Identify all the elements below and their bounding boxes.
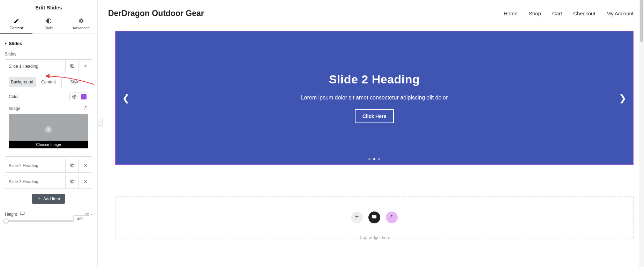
copy-icon — [70, 64, 75, 69]
site-header: DerDragon Outdoor Gear Home Shop Cart Ch… — [98, 0, 644, 27]
image-picker[interactable]: + Choose Image — [9, 114, 88, 149]
repeater-head: Slide 1 Heading — [5, 60, 92, 73]
repeater-item: Slide 2 Heading — [5, 159, 92, 173]
height-label: Height — [5, 212, 17, 217]
nav-cart[interactable]: Cart — [552, 10, 562, 16]
svg-rect-8 — [20, 212, 24, 214]
tab-label: Advanced — [73, 26, 90, 30]
duplicate-button[interactable] — [65, 159, 78, 172]
image-row-head: Image — [9, 105, 88, 112]
color-label: Color — [9, 94, 19, 99]
inner-tab-style[interactable]: Style — [61, 77, 88, 87]
contrast-icon — [46, 18, 52, 24]
section-slides-toggle[interactable]: ▾ Slides — [5, 39, 92, 52]
folder-icon — [372, 214, 377, 221]
preview-canvas: DerDragon Outdoor Gear Home Shop Cart Ch… — [98, 0, 644, 267]
svg-rect-7 — [70, 180, 73, 182]
remove-button[interactable] — [78, 60, 92, 73]
panel-collapse-button[interactable]: ‹ — [98, 118, 103, 126]
dropzone-actions — [351, 212, 398, 223]
add-item-button[interactable]: Add Item — [32, 194, 65, 204]
scrollbar-thumb[interactable] — [640, 0, 643, 42]
inner-tab-background[interactable]: Background — [9, 77, 35, 87]
add-widget-button[interactable] — [351, 212, 363, 223]
globe-icon — [70, 92, 79, 101]
tab-content[interactable]: Content — [0, 15, 32, 34]
color-picker[interactable] — [69, 92, 88, 101]
color-swatch — [79, 92, 88, 101]
slider-dot[interactable] — [373, 158, 375, 160]
plus-icon — [354, 214, 360, 221]
nav-account[interactable]: My Account — [606, 10, 634, 16]
dynamic-tags-icon[interactable] — [83, 105, 88, 112]
tab-style[interactable]: Style — [32, 15, 65, 34]
ai-button[interactable] — [386, 212, 398, 223]
slider-widget[interactable]: ❮ Slide 2 Heading Lorem ipsum dolor sit … — [115, 31, 634, 165]
slides-label: Slides — [5, 52, 92, 59]
choose-image-label: Choose Image — [9, 141, 88, 148]
repeater-item-label[interactable]: Slide 2 Heading — [5, 163, 65, 168]
chevron-left-icon: ❮ — [122, 92, 130, 103]
slide-subheading: Lorem ipsum dolor sit amet consectetur a… — [301, 95, 448, 101]
height-slider[interactable] — [5, 220, 75, 222]
slider-next-button[interactable]: ❯ — [615, 89, 630, 107]
slider-prev-button[interactable]: ❮ — [119, 89, 133, 107]
image-label: Image — [9, 106, 20, 111]
pencil-icon — [14, 18, 19, 24]
nav-home[interactable]: Home — [504, 10, 518, 16]
remove-button[interactable] — [78, 159, 92, 172]
chevron-down-icon: ▾ — [90, 213, 92, 216]
panel-tabs: Content Style Advanced — [0, 15, 97, 34]
height-number-input[interactable] — [73, 215, 87, 222]
repeater-item: Slide 1 Heading Background — [5, 59, 92, 157]
inner-tabs: Background Content Style — [9, 77, 88, 87]
copy-icon — [70, 179, 75, 185]
panel-body: ▾ Slides Slides Slide 1 Heading — [0, 34, 97, 267]
svg-rect-6 — [71, 180, 74, 183]
slider-dot[interactable] — [368, 158, 370, 160]
color-row: Color — [9, 92, 88, 101]
repeater-head: Slide 3 Heading — [5, 175, 92, 188]
slider-dot[interactable] — [378, 158, 380, 160]
slide-cta-button[interactable]: Click Here — [355, 109, 394, 123]
template-library-button[interactable] — [368, 212, 380, 223]
empty-section-dropzone[interactable]: Drag widget here — [115, 196, 634, 238]
inner-tab-content[interactable]: Content — [35, 77, 62, 87]
chevron-right-icon: ❯ — [619, 92, 627, 103]
nav-shop[interactable]: Shop — [529, 10, 541, 16]
site-brand[interactable]: DerDragon Outdoor Gear — [108, 9, 204, 18]
site-nav: Home Shop Cart Checkout My Account — [504, 10, 634, 16]
slider-thumb[interactable] — [3, 218, 8, 223]
repeater-item-label[interactable]: Slide 1 Heading — [5, 64, 65, 69]
section-title-label: Slides — [9, 41, 22, 46]
chevron-left-icon: ‹ — [99, 120, 101, 124]
close-icon — [83, 179, 88, 185]
repeater-body: Background Content Style Color — [5, 73, 92, 156]
slide-heading: Slide 2 Heading — [329, 73, 420, 86]
close-icon — [83, 163, 88, 169]
close-icon — [83, 64, 88, 69]
duplicate-button[interactable] — [65, 175, 78, 188]
nav-checkout[interactable]: Checkout — [573, 10, 595, 16]
swatch-fill — [81, 94, 87, 99]
copy-icon — [70, 163, 75, 169]
tab-label: Style — [44, 26, 53, 30]
panel-title: Edit Slides — [0, 0, 97, 15]
plus-icon — [37, 196, 41, 201]
duplicate-button[interactable] — [65, 60, 78, 73]
tab-advanced[interactable]: Advanced — [65, 15, 97, 34]
monitor-icon[interactable] — [20, 212, 25, 217]
repeater-item: Slide 3 Heading — [5, 175, 92, 189]
gear-icon — [78, 18, 84, 24]
svg-rect-4 — [71, 164, 74, 167]
caret-down-icon: ▾ — [5, 42, 7, 45]
svg-rect-1 — [71, 65, 74, 67]
repeater-head: Slide 2 Heading — [5, 159, 92, 172]
tab-label: Content — [9, 26, 23, 30]
svg-rect-5 — [70, 164, 73, 166]
repeater-item-label[interactable]: Slide 3 Heading — [5, 179, 65, 184]
sparkle-icon — [389, 214, 395, 221]
preview-scrollbar[interactable] — [639, 0, 644, 267]
remove-button[interactable] — [78, 175, 92, 188]
add-item-label: Add Item — [43, 196, 60, 201]
